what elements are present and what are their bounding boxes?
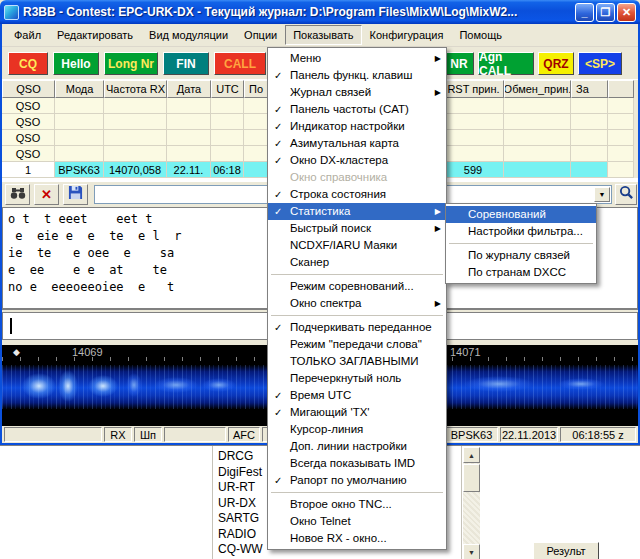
menu-item-dx-cluster[interactable]: ✓Окно DX-кластера [268, 152, 446, 169]
menu-mode[interactable]: Вид модуляции [141, 25, 236, 45]
column-header[interactable]: UTC [211, 80, 244, 98]
signal-trace [126, 373, 142, 397]
results-button[interactable]: Результ [533, 542, 599, 559]
menu-edit[interactable]: Редактировать [49, 25, 141, 45]
column-header[interactable]: RST прин. [443, 80, 504, 98]
menu-file[interactable]: Файл [6, 25, 49, 45]
macro-longnr-button[interactable]: Long Nr [104, 52, 158, 75]
floppy-disk-icon [68, 185, 83, 204]
macro-cq-button[interactable]: CQ [8, 52, 48, 75]
menu-item-spectrum-window[interactable]: Окно спектра▶ [268, 295, 446, 312]
menu-separator [271, 274, 443, 275]
menu-separator [271, 315, 443, 316]
scroll-down-button[interactable]: ▼ [463, 544, 480, 559]
menu-item-quick-search[interactable]: Быстрый поиск▶ [268, 220, 446, 237]
checkmark-icon: ✓ [274, 135, 282, 152]
submenu-arrow-icon: ▶ [435, 220, 441, 237]
column-header[interactable]: Дата [167, 80, 211, 98]
lookup-button[interactable] [615, 184, 637, 205]
menu-item-new-rx-window[interactable]: Новое RX - окно... [268, 530, 446, 547]
combo-dropdown-button[interactable]: ▼ [594, 187, 610, 202]
contest-list-item[interactable]: UR-RT [218, 480, 255, 495]
menu-item-azimuth-map[interactable]: ✓Азимутальная карта [268, 135, 446, 152]
macro-call-button[interactable]: CALL [214, 52, 266, 75]
menu-item-telnet-window[interactable]: Окно Telnet [268, 513, 446, 530]
status-afc-indicator[interactable]: AFC [228, 427, 260, 442]
scrollbar-thumb[interactable] [463, 464, 480, 492]
contest-list-item[interactable]: RADIO [218, 527, 256, 542]
menu-help[interactable]: Помощь [451, 25, 510, 45]
menu-item-always-show-imd[interactable]: Всегда показывать IMD [268, 455, 446, 472]
menu-item-blinking-tx[interactable]: ✓Мигающий 'TX' [268, 404, 446, 421]
titlebar: R3BB - Contest: EPC-URK-DX - Текущий жур… [0, 0, 640, 24]
submenu-item-by-dxcc[interactable]: По странам DXCC [446, 264, 596, 281]
column-header[interactable] [608, 80, 634, 98]
close-button[interactable]: ✕ [617, 3, 636, 22]
menu-item-tuning-indicator[interactable]: ✓Индикатор настройки [268, 118, 446, 135]
status-squelch-indicator[interactable]: Шп [134, 427, 162, 442]
menu-item-uppercase-only[interactable]: ТОЛЬКО ЗАГЛАВНЫМИ [268, 353, 446, 370]
delete-button[interactable]: ✕ [34, 184, 59, 205]
menu-item-underline-sent[interactable]: ✓Подчеркивать переданное [268, 319, 446, 336]
scroll-up-button[interactable]: ▲ [463, 447, 480, 463]
menu-item-extra-tuning-lines[interactable]: Доп. линии настройки [268, 438, 446, 455]
submenu-item-contests[interactable]: Соревнований [446, 206, 596, 223]
column-header[interactable]: Обмен_прин. [504, 80, 571, 98]
menu-item-logbook[interactable]: Журнал связей▶ [268, 84, 446, 101]
menu-item-cursor-line[interactable]: Курсор-линия [268, 421, 446, 438]
column-header[interactable]: QSO [2, 80, 55, 98]
status-rx-indicator[interactable]: RX [104, 427, 132, 442]
contest-list-item[interactable]: UR-DX [218, 496, 256, 511]
contest-list-item[interactable]: DigiFest [218, 465, 262, 480]
text-caret [10, 318, 12, 334]
contest-list-item[interactable]: DRCG [218, 449, 253, 464]
menu-item-status-line[interactable]: ✓Строка состояния [268, 186, 446, 203]
menu-item-cat-bar[interactable]: ✓Панель частоты (CAT) [268, 101, 446, 118]
menu-item-menu[interactable]: Меню▶ [268, 50, 446, 67]
scrollbar[interactable]: ▲ ▼ [463, 447, 480, 559]
menu-item-contest-mode[interactable]: Режим соревнований... [268, 278, 446, 295]
menu-item-second-tnc[interactable]: Второе окно TNC... [268, 496, 446, 513]
menu-item-slashed-zero[interactable]: Перечеркнутый ноль [268, 370, 446, 387]
status-mode[interactable]: BPSK63 [445, 427, 498, 442]
close-icon: ✕ [622, 7, 631, 17]
column-header[interactable]: Частота RX [104, 80, 167, 98]
maximize-button[interactable]: ❐ [596, 3, 615, 22]
delete-x-icon: ✕ [41, 187, 52, 202]
signal-trace [58, 370, 78, 402]
submenu-arrow-icon: ▶ [435, 295, 441, 312]
menu-item-scanner[interactable]: Сканер [268, 254, 446, 271]
column-header[interactable]: Мода [55, 80, 104, 98]
macro-nr-button[interactable]: NR [444, 52, 474, 75]
submenu-item-by-logbook[interactable]: По журналу связей [446, 247, 596, 264]
maximize-icon: ❐ [601, 7, 611, 17]
column-header[interactable]: За [571, 80, 608, 98]
menu-item-default-report[interactable]: ✓Рапорт по умолчанию [268, 472, 446, 489]
menu-item-word-mode[interactable]: Режим "передачи слова" [268, 336, 446, 353]
menu-item-function-keys-panel[interactable]: ✓Панель функц. клавиш [268, 67, 446, 84]
menu-item-statistics[interactable]: ✓Статистика▶ [268, 203, 446, 220]
submenu-arrow-icon: ▶ [435, 203, 441, 220]
macro-qrz-button[interactable]: QRZ [538, 52, 574, 75]
contest-list-item[interactable]: CQ-WW [218, 542, 263, 557]
signal-trace [202, 378, 236, 392]
app-icon [4, 5, 19, 20]
menu-separator [271, 492, 443, 493]
checkmark-icon: ✓ [274, 152, 282, 169]
contest-list-item[interactable]: SARTG [218, 511, 259, 526]
menu-item-beacons[interactable]: NCDXF/IARU Маяки [268, 237, 446, 254]
window-title: R3BB - Contest: EPC-URK-DX - Текущий жур… [23, 5, 573, 19]
macro-fin-button[interactable]: FIN [163, 52, 209, 75]
save-button[interactable] [63, 184, 88, 205]
minimize-button[interactable]: _ [575, 3, 594, 22]
menu-item-utc-time[interactable]: ✓Время UTC [268, 387, 446, 404]
menu-view[interactable]: Показывать [285, 25, 361, 45]
macro-hello-button[interactable]: Hello [53, 52, 99, 75]
submenu-item-filter-settings[interactable]: Настройки фильтра... [446, 223, 596, 240]
menu-options[interactable]: Опции [236, 25, 285, 45]
find-button[interactable] [5, 184, 30, 205]
menu-configuration[interactable]: Конфигурация [362, 25, 452, 45]
statistics-submenu: Соревнований Настройки фильтра... По жур… [445, 203, 597, 284]
macro-agncall-button[interactable]: Agn CALL [478, 52, 534, 75]
macro-sp-button[interactable]: <SP> [578, 52, 622, 75]
